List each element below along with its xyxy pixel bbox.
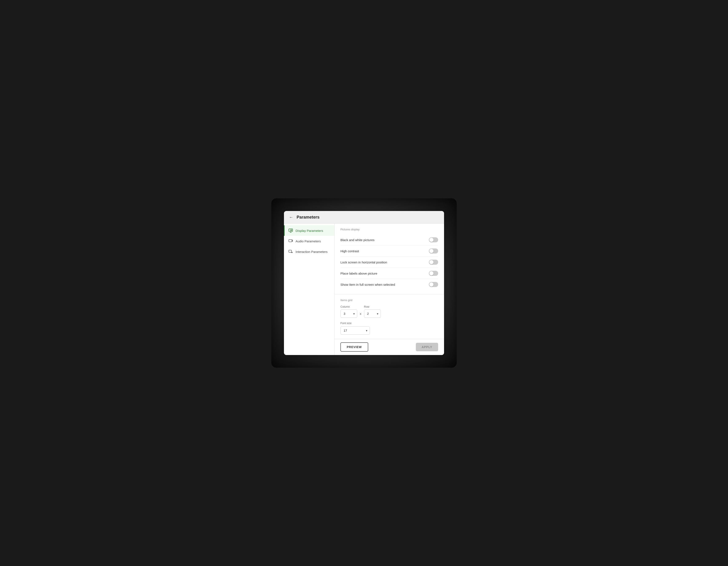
preview-button[interactable]: PREVIEW	[340, 342, 368, 352]
toggle-fullscreen[interactable]	[429, 282, 438, 287]
svg-rect-7	[289, 250, 292, 253]
items-grid-title: Items grid	[340, 298, 438, 302]
grid-separator: x	[360, 312, 361, 315]
toggle-fullscreen-label: Show Item in full screen when selected	[340, 283, 395, 286]
column-group: Column 1 2 3 4 5 6	[340, 305, 357, 318]
footer: PREVIEW APPLY	[335, 339, 444, 355]
toggle-contrast[interactable]	[429, 249, 438, 254]
row-label: Row	[364, 305, 381, 308]
row-select[interactable]: 1 2 3 4 5	[364, 309, 381, 318]
toggle-labels-label: Place labels above picture	[340, 272, 377, 275]
font-size-section: Font size 12 14 16 17 18 20 24	[340, 321, 438, 334]
apply-button[interactable]: APPLY	[416, 343, 438, 351]
sidebar-item-audio[interactable]: Audio Parameters	[284, 236, 334, 247]
toggle-lock[interactable]	[429, 260, 438, 265]
content-body: Pictures display Black and white picture…	[335, 224, 444, 339]
interaction-parameters-icon	[288, 249, 293, 254]
items-grid-section: Items grid Column 1 2 3 4	[335, 294, 444, 339]
sidebar-display-label: Display Parameters	[296, 229, 323, 233]
parameters-window: ← Parameters Display Parameters	[284, 211, 444, 355]
svg-rect-2	[291, 230, 292, 231]
pictures-display-title: Pictures display	[340, 228, 438, 231]
svg-rect-6	[289, 240, 292, 242]
toggle-bw[interactable]	[429, 237, 438, 243]
content-area: Pictures display Black and white picture…	[335, 224, 444, 355]
toggle-row-lock: Lock screen in horizontal position	[340, 257, 438, 268]
row-group: Row 1 2 3 4 5	[364, 305, 381, 318]
column-select[interactable]: 1 2 3 4 5 6	[340, 309, 357, 318]
sidebar-audio-label: Audio Parameters	[296, 240, 321, 243]
header: ← Parameters	[284, 211, 444, 224]
main-layout: Display Parameters Audio Parameters	[284, 224, 444, 355]
toggle-bw-label: Black and white pictures	[340, 238, 375, 242]
sidebar: Display Parameters Audio Parameters	[284, 224, 335, 355]
back-button[interactable]: ←	[288, 214, 294, 220]
sidebar-interaction-label: Interaction Parameters	[296, 250, 328, 254]
display-parameters-icon	[288, 228, 293, 233]
toggle-contrast-label: High contrast	[340, 249, 359, 253]
page-title: Parameters	[297, 215, 320, 220]
font-size-select-wrapper: 12 14 16 17 18 20 24	[340, 326, 370, 334]
toggle-row-bw: Black and white pictures	[340, 234, 438, 246]
grid-controls: Column 1 2 3 4 5 6	[340, 305, 438, 318]
font-size-label: Font size	[340, 321, 438, 325]
toggle-row-contrast: High contrast	[340, 246, 438, 257]
font-size-select[interactable]: 12 14 16 17 18 20 24	[340, 326, 370, 334]
sidebar-item-display[interactable]: Display Parameters	[284, 225, 334, 236]
toggle-row-fullscreen: Show Item in full screen when selected	[340, 279, 438, 290]
toggle-row-labels: Place labels above picture	[340, 268, 438, 279]
toggle-labels[interactable]	[429, 271, 438, 276]
toggle-lock-label: Lock screen in horizontal position	[340, 261, 387, 264]
pictures-display-section: Pictures display Black and white picture…	[335, 224, 444, 294]
svg-rect-1	[290, 230, 291, 231]
sidebar-item-interaction[interactable]: Interaction Parameters	[284, 247, 334, 257]
column-label: Column	[340, 305, 357, 308]
column-select-wrapper: 1 2 3 4 5 6	[340, 309, 357, 318]
row-select-wrapper: 1 2 3 4 5	[364, 309, 381, 318]
audio-parameters-icon	[288, 239, 293, 244]
